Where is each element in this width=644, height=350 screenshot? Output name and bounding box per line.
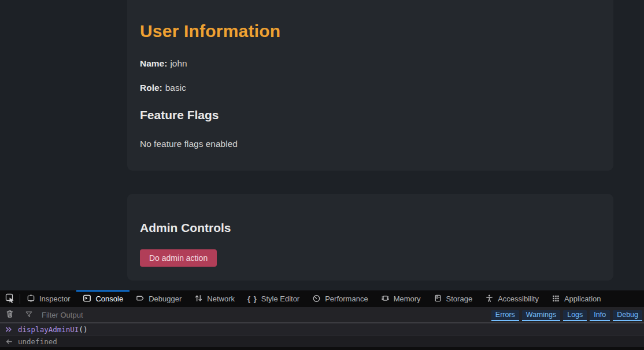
tab-label: Storage — [446, 294, 473, 303]
filter-buttons: Errors Warnings Logs Info Debug — [486, 307, 644, 322]
devtools-tabbar: Inspector Console Debugger — [0, 290, 644, 307]
accessibility-icon — [485, 294, 494, 304]
admin-controls-heading: Admin Controls — [140, 221, 231, 235]
tab-label: Console — [95, 294, 123, 303]
storage-icon — [434, 294, 442, 304]
performance-icon — [312, 294, 321, 304]
memory-icon — [381, 294, 390, 304]
tab-application[interactable]: Application — [545, 290, 608, 307]
node-picker-icon — [5, 293, 15, 305]
role-label: Role: — [140, 83, 162, 93]
console-command-row: displayAdminUI() — [0, 323, 644, 336]
console-filterbar: Filter Output Errors Warnings Logs Info … — [0, 307, 644, 323]
node-picker-button[interactable] — [0, 290, 20, 307]
inspector-icon — [27, 294, 35, 304]
console-input-edge[interactable] — [0, 347, 644, 350]
page-title: User Information — [140, 21, 280, 41]
tab-console[interactable]: Console — [76, 290, 129, 307]
tab-label: Style Editor — [261, 294, 299, 303]
tab-memory[interactable]: Memory — [375, 290, 427, 307]
user-information-card: User Information Name:john Role:basic Fe… — [127, 0, 613, 171]
funnel-icon — [25, 310, 33, 320]
name-label: Name: — [140, 58, 167, 68]
role-value: basic — [165, 83, 186, 93]
filter-funnel — [20, 310, 38, 320]
tab-performance[interactable]: Performance — [306, 290, 374, 307]
debugger-icon — [136, 294, 145, 304]
tab-storage[interactable]: Storage — [427, 290, 479, 307]
console-result-row: undefined — [0, 336, 644, 347]
tab-label: Accessibility — [498, 294, 539, 303]
filter-logs-button[interactable]: Logs — [563, 310, 587, 321]
console-command-args: () — [79, 325, 87, 334]
tab-label: Network — [207, 294, 235, 303]
tab-label: Inspector — [39, 294, 70, 303]
clear-console-button[interactable] — [0, 310, 20, 320]
name-row: Name:john — [140, 58, 187, 69]
style-editor-icon: { } — [247, 294, 257, 303]
admin-controls-card: Admin Controls Do admin action — [127, 194, 613, 281]
tab-debugger[interactable]: Debugger — [129, 290, 188, 307]
tab-style-editor[interactable]: { } Style Editor — [241, 290, 306, 307]
filter-info-button[interactable]: Info — [590, 310, 610, 321]
trash-icon — [6, 310, 14, 320]
tab-inspector[interactable]: Inspector — [20, 290, 76, 307]
console-command-text: displayAdminUI — [18, 325, 79, 334]
result-arrow-icon — [5, 338, 13, 345]
feature-flags-heading: Feature Flags — [140, 108, 219, 122]
filter-debug-button[interactable]: Debug — [613, 310, 642, 321]
network-icon — [194, 294, 203, 304]
console-result-text: undefined — [18, 337, 57, 346]
devtools-panel: Inspector Console Debugger — [0, 290, 644, 350]
filter-output-input[interactable]: Filter Output — [42, 311, 83, 319]
name-value: john — [170, 58, 187, 68]
do-admin-action-button[interactable]: Do admin action — [140, 249, 217, 267]
command-chevrons-icon — [5, 326, 13, 333]
filter-errors-button[interactable]: Errors — [491, 310, 519, 321]
tab-label: Application — [564, 294, 601, 303]
filter-warnings-button[interactable]: Warnings — [522, 310, 560, 321]
feature-flags-empty-text: No feature flags enabled — [140, 139, 238, 149]
tab-label: Debugger — [149, 294, 182, 303]
role-row: Role:basic — [140, 83, 186, 93]
console-icon — [83, 294, 91, 304]
page-content: User Information Name:john Role:basic Fe… — [0, 0, 644, 290]
application-icon — [552, 294, 560, 304]
tab-label: Memory — [394, 294, 421, 303]
tab-network[interactable]: Network — [188, 290, 241, 307]
tab-label: Performance — [325, 294, 368, 303]
tab-accessibility[interactable]: Accessibility — [479, 290, 545, 307]
